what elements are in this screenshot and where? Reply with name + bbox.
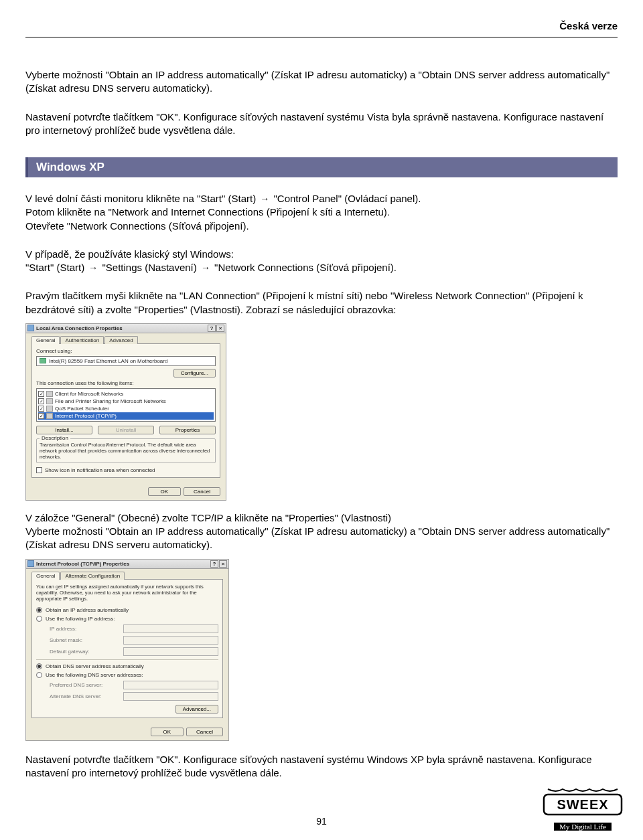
- gateway-field[interactable]: [123, 647, 218, 656]
- component-icon: [46, 398, 53, 404]
- xp-step2: Potom klikněte na "Network and Internet …: [25, 205, 618, 219]
- ok-button[interactable]: OK: [151, 728, 184, 736]
- window-icon: [27, 560, 34, 567]
- header-language: Česká verze: [25, 20, 618, 37]
- window-icon: [27, 325, 34, 331]
- section-heading-windows-xp: Windows XP: [25, 157, 618, 177]
- configure-button[interactable]: Configure...: [173, 369, 216, 377]
- list-item-label: Internet Protocol (TCP/IP): [55, 413, 117, 419]
- outro-paragraph: Nastavení potvrďte tlačítkem "OK". Konfi…: [25, 753, 618, 780]
- list-item-label: QoS Packet Scheduler: [55, 406, 109, 412]
- help-button[interactable]: ?: [210, 560, 218, 568]
- list-item[interactable]: ✓ Client for Microsoft Networks: [38, 390, 214, 398]
- subnet-label: Subnet mask:: [50, 637, 123, 643]
- xp-step1-part-a: V levé dolní části monitoru klikněte na …: [25, 193, 256, 204]
- alternate-dns-label: Alternate DNS server:: [50, 693, 123, 699]
- xp-step3: Otevřete "Network Connections (Síťová př…: [25, 220, 618, 233]
- checkbox-icon[interactable]: ✓: [38, 406, 44, 412]
- brand-tagline: My Digital Life: [554, 823, 612, 831]
- dialog-lan-properties: Local Area Connection Properties ? × Gen…: [25, 323, 226, 501]
- tcpip-blurb: You can get IP settings assigned automat…: [36, 584, 218, 602]
- radio-icon[interactable]: [36, 607, 42, 613]
- tab-authentication[interactable]: Authentication: [60, 336, 104, 344]
- cancel-button[interactable]: Cancel: [184, 487, 220, 496]
- svg-text:SWEEX: SWEEX: [557, 797, 608, 812]
- checkbox-icon[interactable]: ✓: [38, 391, 44, 397]
- dialog-title: Internet Protocol (TCP/IP) Properties: [36, 561, 129, 567]
- intro-paragraph-2: Nastavení potvrďte tlačítkem "OK". Konfi…: [25, 110, 618, 138]
- nic-icon: [40, 358, 46, 363]
- connect-using-label: Connect using:: [36, 348, 216, 354]
- list-item[interactable]: ✓ QoS Packet Scheduler: [38, 405, 214, 412]
- preferred-dns-label: Preferred DNS server:: [50, 682, 123, 688]
- arrow-icon: →: [87, 262, 99, 273]
- cancel-button[interactable]: Cancel: [186, 728, 223, 736]
- items-label: This connection uses the following items…: [36, 380, 216, 386]
- brand-logo: SWEEX My Digital Life: [543, 788, 623, 832]
- list-item-label: Client for Microsoft Networks: [55, 391, 123, 397]
- subnet-field[interactable]: [123, 636, 218, 645]
- xp-step1-part-b: "Control Panel" (Ovládací panel).: [273, 193, 421, 204]
- list-item-selected[interactable]: ✓ Internet Protocol (TCP/IP): [38, 412, 214, 420]
- close-button[interactable]: ×: [219, 560, 227, 568]
- radio-icon[interactable]: [36, 663, 42, 669]
- dialog-titlebar: Internet Protocol (TCP/IP) Properties ? …: [26, 560, 228, 569]
- dialog-tcpip-properties: Internet Protocol (TCP/IP) Properties ? …: [25, 559, 229, 741]
- xp-classic-path: "Start" (Start) → "Settings (Nastavení) …: [25, 261, 618, 274]
- radio-label: Obtain an IP address automatically: [46, 607, 129, 613]
- show-icon-checkbox-row[interactable]: Show icon in notification area when conn…: [36, 467, 216, 473]
- arrow-icon: →: [259, 193, 271, 204]
- radio-label: Use the following DNS server addresses:: [46, 672, 143, 678]
- properties-button[interactable]: Properties: [159, 426, 216, 434]
- help-button[interactable]: ?: [208, 325, 216, 332]
- tab-advanced[interactable]: Advanced: [104, 336, 138, 344]
- xp-classic-a: "Start" (Start): [25, 262, 84, 273]
- radio-obtain-ip[interactable]: Obtain an IP address automatically: [36, 606, 218, 614]
- connection-items-list[interactable]: ✓ Client for Microsoft Networks ✓ File a…: [36, 388, 216, 422]
- component-icon: [46, 406, 53, 412]
- component-icon: [46, 413, 53, 419]
- radio-use-dns[interactable]: Use the following DNS server addresses:: [36, 671, 218, 679]
- alternate-dns-field[interactable]: [123, 692, 218, 701]
- dialog-titlebar: Local Area Connection Properties ? ×: [26, 324, 226, 333]
- list-item[interactable]: ✓ File and Printer Sharing for Microsoft…: [38, 398, 214, 405]
- checkbox-icon[interactable]: [36, 467, 42, 473]
- component-icon: [46, 391, 53, 397]
- close-button[interactable]: ×: [216, 325, 224, 332]
- tab-general[interactable]: General: [31, 572, 60, 580]
- gateway-label: Default gateway:: [50, 649, 123, 655]
- adapter-field: Intel(R) 82559 Fast Ethernet LAN on Moth…: [36, 356, 216, 366]
- intro-paragraph-1: Vyberte možnosti "Obtain an IP address a…: [25, 68, 618, 96]
- radio-label: Obtain DNS server address automatically: [46, 663, 144, 669]
- show-icon-label: Show icon in notification area when conn…: [45, 467, 155, 473]
- ip-address-label: IP address:: [50, 626, 123, 632]
- arrow-icon: →: [200, 262, 212, 273]
- description-label: Description: [40, 435, 70, 441]
- adapter-name: Intel(R) 82559 Fast Ethernet LAN on Moth…: [49, 358, 167, 364]
- radio-obtain-dns[interactable]: Obtain DNS server address automatically: [36, 662, 218, 671]
- install-button[interactable]: Install...: [36, 426, 92, 434]
- list-item-label: File and Printer Sharing for Microsoft N…: [55, 398, 166, 404]
- preferred-dns-field[interactable]: [123, 681, 218, 689]
- xp-classic-b: "Settings (Nastavení): [102, 262, 197, 273]
- ip-address-field[interactable]: [123, 624, 218, 633]
- xp-rightclick: Pravým tlačítkem myši klikněte na "LAN C…: [25, 289, 618, 317]
- xp-classic-intro: V případě, že používáte klasický styl Wi…: [25, 248, 618, 261]
- xp-classic-c: "Network Connections (Síťová připojení).: [214, 262, 397, 273]
- radio-label: Use the following IP address:: [46, 616, 115, 622]
- radio-use-ip[interactable]: Use the following IP address:: [36, 614, 218, 623]
- checkbox-icon[interactable]: ✓: [38, 413, 44, 419]
- dialog-title: Local Area Connection Properties: [36, 325, 123, 331]
- tab-alternate[interactable]: Alternate Configuration: [60, 572, 125, 580]
- radio-icon[interactable]: [36, 672, 42, 678]
- mid-paragraph-2: Vyberte možnosti "Obtain an IP address a…: [25, 525, 618, 552]
- mid-paragraph-1: V záložce "General" (Obecné) zvolte TCP/…: [25, 511, 618, 525]
- xp-step1: V levé dolní části monitoru klikněte na …: [25, 192, 618, 205]
- radio-icon[interactable]: [36, 616, 42, 622]
- uninstall-button[interactable]: Uninstall: [98, 426, 154, 434]
- sweex-logo-icon: SWEEX: [543, 788, 623, 820]
- tab-general[interactable]: General: [31, 336, 60, 344]
- checkbox-icon[interactable]: ✓: [38, 398, 44, 404]
- ok-button[interactable]: OK: [148, 487, 182, 496]
- advanced-button[interactable]: Advanced...: [175, 705, 218, 713]
